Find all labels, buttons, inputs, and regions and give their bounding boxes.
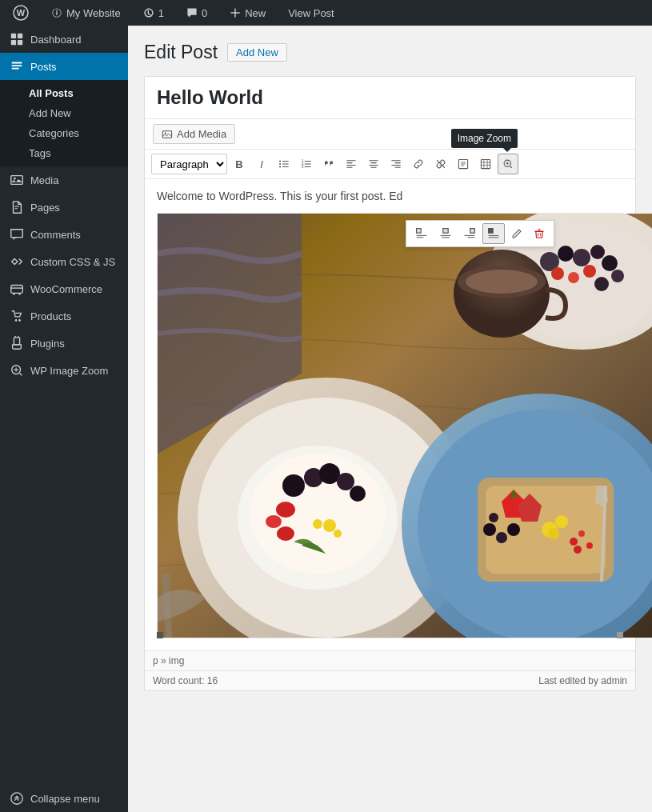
link-icon xyxy=(413,158,424,170)
all-posts-label: All Posts xyxy=(29,87,74,99)
tags-label: Tags xyxy=(29,147,50,159)
image-zoom-button[interactable]: Image Zoom xyxy=(498,154,518,174)
collapse-icon xyxy=(10,791,24,806)
img-align-right-btn[interactable] xyxy=(458,223,481,244)
add-media-button[interactable]: Add Media xyxy=(153,124,235,144)
img-delete-btn[interactable] xyxy=(529,223,550,244)
image-inline-toolbar xyxy=(406,220,554,247)
custom-chars-button[interactable] xyxy=(453,154,474,174)
align-right-icon xyxy=(390,158,402,170)
sidebar-item-woocommerce[interactable]: WooCommerce xyxy=(0,275,128,302)
svg-rect-16 xyxy=(162,130,171,137)
main-content: Edit Post Add New Add Media Paragraph He… xyxy=(128,26,652,812)
woocommerce-icon xyxy=(10,282,24,296)
paragraph-format-select[interactable]: Paragraph Heading 1 Heading 2 xyxy=(151,154,227,174)
resize-handle-bottom-left[interactable] xyxy=(157,632,163,638)
comments-sidebar-icon xyxy=(10,227,24,242)
add-media-icon xyxy=(162,129,173,140)
blockquote-icon xyxy=(323,158,334,170)
svg-point-79 xyxy=(574,546,582,554)
link-button[interactable] xyxy=(408,154,429,174)
sidebar-item-wp-image-zoom[interactable]: WP Image Zoom xyxy=(0,357,128,384)
svg-point-7 xyxy=(14,178,16,180)
sidebar-item-posts[interactable]: Posts xyxy=(0,53,128,80)
svg-point-9 xyxy=(13,293,15,295)
align-center-button[interactable] xyxy=(363,154,384,174)
comments-item[interactable]: 0 xyxy=(182,0,212,26)
post-title-input[interactable] xyxy=(145,77,635,119)
svg-rect-13 xyxy=(14,338,19,345)
ordered-list-icon: 1.2.3. xyxy=(301,158,312,170)
svg-rect-8 xyxy=(11,286,22,294)
editor-text: Welcome to WordPress. This is your first… xyxy=(157,187,623,205)
svg-point-60 xyxy=(313,519,322,529)
unordered-list-button[interactable] xyxy=(274,154,294,174)
sidebar-item-plugins[interactable]: Plugins xyxy=(0,330,128,357)
posts-icon xyxy=(10,59,24,74)
view-post-item[interactable]: View Post xyxy=(283,0,339,26)
img-align-none-btn[interactable] xyxy=(482,223,505,244)
svg-point-10 xyxy=(18,293,21,295)
bold-button[interactable]: B xyxy=(229,154,250,174)
svg-point-19 xyxy=(279,163,281,165)
sidebar-item-products[interactable]: Products xyxy=(0,302,128,330)
img-align-left-btn[interactable] xyxy=(410,223,433,244)
svg-point-41 xyxy=(551,267,564,280)
svg-rect-30 xyxy=(489,229,494,234)
admin-bar: W My Website 1 0 New View Post xyxy=(0,0,652,26)
editor-content-area[interactable]: Welcome to WordPress. This is your first… xyxy=(145,179,635,650)
resize-handle-bottom-right[interactable] xyxy=(617,632,623,638)
svg-point-46 xyxy=(466,270,538,294)
svg-point-36 xyxy=(573,249,590,266)
svg-point-42 xyxy=(568,272,579,283)
collapse-label: Collapse menu xyxy=(30,793,100,805)
svg-rect-27 xyxy=(417,229,422,234)
sidebar-item-tags[interactable]: Tags xyxy=(0,143,128,163)
custom-chars-icon xyxy=(458,158,469,170)
svg-point-56 xyxy=(276,502,295,518)
svg-point-51 xyxy=(282,474,305,497)
site-name-item[interactable]: My Website xyxy=(46,0,126,26)
dashboard-icon xyxy=(10,32,24,46)
new-label: New xyxy=(245,7,266,19)
sidebar-item-media[interactable]: Media xyxy=(0,166,128,194)
wp-logo[interactable]: W xyxy=(8,0,34,26)
new-item[interactable]: New xyxy=(225,0,270,26)
updates-count: 1 xyxy=(158,7,164,19)
blockquote-button[interactable] xyxy=(318,154,339,174)
add-new-button[interactable]: Add New xyxy=(227,43,287,62)
add-new-sub-label: Add New xyxy=(29,107,71,119)
sidebar-item-dashboard[interactable]: Dashboard xyxy=(0,26,128,53)
align-right-button[interactable] xyxy=(386,154,406,174)
page-title: Edit Post xyxy=(144,42,218,63)
media-label: Media xyxy=(30,174,58,186)
sidebar-item-custom-css[interactable]: Custom CSS & JS xyxy=(0,248,128,275)
img-edit-btn[interactable] xyxy=(506,223,527,244)
posts-submenu: All Posts Add New Categories Tags xyxy=(0,80,128,166)
view-post-label: View Post xyxy=(288,7,334,19)
products-label: Products xyxy=(30,310,71,322)
svg-point-76 xyxy=(489,513,498,522)
italic-button[interactable]: I xyxy=(251,154,272,174)
unlink-button[interactable] xyxy=(430,154,451,174)
sidebar-item-comments[interactable]: Comments xyxy=(0,221,128,248)
table-button[interactable] xyxy=(475,154,496,174)
sidebar-item-collapse[interactable]: Collapse menu xyxy=(0,785,128,812)
unlink-icon xyxy=(435,158,446,170)
svg-point-54 xyxy=(337,473,354,490)
svg-point-11 xyxy=(15,319,18,322)
sidebar-item-all-posts[interactable]: All Posts xyxy=(0,83,128,103)
media-icon xyxy=(10,173,24,187)
edit-post-header: Edit Post Add New xyxy=(144,42,636,63)
sidebar-item-pages[interactable]: Pages xyxy=(0,194,128,221)
updates-item[interactable]: 1 xyxy=(138,0,169,26)
sidebar-item-categories[interactable]: Categories xyxy=(0,123,128,143)
ordered-list-button[interactable]: 1.2.3. xyxy=(296,154,317,174)
svg-rect-28 xyxy=(443,229,448,234)
add-media-row: Add Media xyxy=(145,119,635,150)
sidebar-item-add-new[interactable]: Add New xyxy=(0,103,128,123)
word-count-bar: Word count: 16 Last edited by admin xyxy=(145,670,635,690)
editor-image-container[interactable] xyxy=(157,213,623,638)
img-align-center-btn[interactable] xyxy=(434,223,457,244)
align-left-button[interactable] xyxy=(341,154,362,174)
